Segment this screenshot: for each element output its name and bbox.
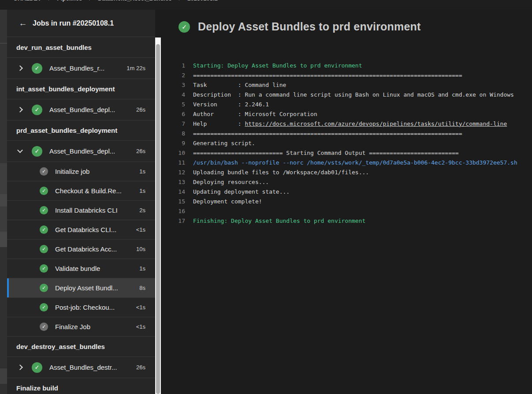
log-text: Updating deployment state... xyxy=(193,188,290,195)
line-number[interactable]: 2 xyxy=(161,72,185,79)
log-line: 15Deployment complete! xyxy=(161,196,532,206)
status-success-icon: ✓ xyxy=(40,225,48,234)
job-row[interactable]: ✓Asset_Bundles_depl...26s xyxy=(7,99,155,120)
log-line: 10========================== Starting Co… xyxy=(161,148,532,158)
step-label: Initialize job xyxy=(55,168,89,175)
line-number[interactable]: 8 xyxy=(161,130,185,137)
stage-label-row: prd_asset_bundles_deployment xyxy=(7,120,155,140)
duration-label: 1m 22s xyxy=(126,65,155,71)
step-row[interactable]: ✓Get Databricks CLI...<1s xyxy=(7,220,155,239)
step-row[interactable]: ✓Checkout & Build.Re...1s xyxy=(7,181,155,200)
step-label: Validate bundle xyxy=(55,265,100,272)
job-label: Asset_Bundles_depl... xyxy=(49,106,115,113)
chevron-right-icon[interactable] xyxy=(17,65,23,71)
breadcrumb-item[interactable]: Pipelines xyxy=(57,0,82,2)
duration-label: 26s xyxy=(136,364,155,371)
line-number[interactable]: 14 xyxy=(161,188,185,195)
log-line: 11/usr/bin/bash --noprofile --norc /home… xyxy=(161,158,532,167)
step-row[interactable]: ✓Get Databricks Acc...10s xyxy=(7,239,155,259)
step-row[interactable]: ✓Deploy Asset Bundl...8s xyxy=(7,278,155,297)
duration-label: <1s xyxy=(136,226,155,233)
line-number[interactable]: 5 xyxy=(161,101,185,108)
jobs-sidebar: ← Jobs in run #20250108.1 dev_run_asset_… xyxy=(7,10,155,394)
duration-label: 1s xyxy=(139,188,155,194)
status-success-icon: ✓ xyxy=(40,206,48,214)
status-success-icon: ✓ xyxy=(40,303,48,311)
status-success-icon: ✓ xyxy=(40,264,48,273)
job-label: Asset_Bundles_destr... xyxy=(49,364,117,371)
line-number[interactable]: 4 xyxy=(161,91,185,98)
log-line: 5Version : 2.246.1 xyxy=(161,99,532,109)
step-row[interactable]: ✓Validate bundle1s xyxy=(7,259,155,278)
log-text: Finishing: Deploy Asset Bundles to prd e… xyxy=(193,218,365,224)
log-line: 6Author : Microsoft Corporation xyxy=(161,109,532,119)
log-line: 3Task : Command line xyxy=(161,80,532,90)
job-label: Asset_Bundles_depl... xyxy=(49,147,115,155)
log-line: 13Deploying resources... xyxy=(161,177,532,187)
back-arrow-icon[interactable]: ← xyxy=(17,17,29,30)
log-text: Author : Microsoft Corporation xyxy=(193,111,317,117)
line-number[interactable]: 17 xyxy=(161,218,185,224)
log-text: ========================================… xyxy=(193,130,462,137)
breadcrumb-item[interactable]: ORAZDEV xyxy=(13,0,41,2)
log-text: ========================== Starting Comm… xyxy=(193,150,459,156)
status-success-icon: ✓ xyxy=(40,187,48,195)
step-row[interactable]: ✓Initialize job1s xyxy=(7,161,155,181)
duration-label: 26s xyxy=(136,106,155,113)
line-number[interactable]: 3 xyxy=(161,82,185,88)
status-neutral-icon: ✓ xyxy=(40,323,48,331)
line-number[interactable]: 1 xyxy=(161,62,185,69)
line-number[interactable]: 9 xyxy=(161,140,185,146)
line-number[interactable]: 13 xyxy=(161,179,185,185)
breadcrumb-item[interactable]: Databricks_Asset_Bundles xyxy=(98,0,172,2)
line-number[interactable]: 7 xyxy=(161,120,185,127)
main-panel: ✓ Deploy Asset Bundles to prd environmen… xyxy=(161,10,532,394)
step-label: Get Databricks Acc... xyxy=(55,245,117,253)
line-number[interactable]: 10 xyxy=(161,150,185,156)
sidebar-title: Jobs in run #20250108.1 xyxy=(33,19,114,27)
log-text: Deploying resources... xyxy=(193,179,269,185)
line-number[interactable]: 11 xyxy=(161,159,185,166)
line-number[interactable]: 12 xyxy=(161,169,185,176)
chevron-down-icon[interactable] xyxy=(17,147,23,153)
step-row[interactable]: ✓Install Databricks CLI2s xyxy=(7,200,155,220)
sidebar-scrollbar-thumb[interactable] xyxy=(156,44,160,394)
log-line: 16 xyxy=(161,206,532,216)
stage-label-row: int_asset_bundles_deployment xyxy=(7,79,155,99)
duration-label: 10s xyxy=(136,246,155,252)
duration-label: 1s xyxy=(139,168,155,175)
status-success-icon: ✓ xyxy=(32,63,42,74)
log-viewer: 1Starting: Deploy Asset Bundles to prd e… xyxy=(161,60,532,225)
log-line: 7Help : https://docs.microsoft.com/azure… xyxy=(161,119,532,128)
status-success-icon: ✓ xyxy=(40,245,48,253)
step-row[interactable]: ✓Finalize Job<1s xyxy=(7,317,155,336)
status-success-icon: ✓ xyxy=(40,284,48,292)
sidebar-scrollbar-track[interactable] xyxy=(155,38,161,394)
line-number[interactable]: 16 xyxy=(161,208,185,214)
step-label: Get Databricks CLI... xyxy=(55,226,116,233)
job-row[interactable]: ✓Asset_Bundles_r...1m 22s xyxy=(7,57,155,79)
sidebar-header: ← Jobs in run #20250108.1 xyxy=(7,10,155,37)
job-row[interactable]: ✓Asset_Bundles_destr...26s xyxy=(7,356,155,378)
line-number[interactable]: 15 xyxy=(161,198,185,205)
job-label: Asset_Bundles_r... xyxy=(49,64,104,72)
chevron-right-icon[interactable] xyxy=(17,364,23,370)
job-row[interactable]: ✓Asset_Bundles_depl...26s xyxy=(7,140,155,161)
stage-label-row: dev_destroy_asset_bundles xyxy=(7,336,155,356)
log-line: 17Finishing: Deploy Asset Bundles to prd… xyxy=(161,216,532,225)
stage-label: Finalize build xyxy=(16,384,58,392)
duration-label: <1s xyxy=(136,304,155,311)
breadcrumb-item[interactable]: 20250108.1 xyxy=(187,0,218,2)
page-edge-strip xyxy=(0,10,7,394)
log-text: /usr/bin/bash --noprofile --norc /home/v… xyxy=(193,159,517,166)
step-label: Install Databricks CLI xyxy=(55,206,118,214)
step-row[interactable]: ✓Post-job: Checkou...<1s xyxy=(7,297,155,317)
stage-label-row: Finalize build xyxy=(7,378,155,394)
log-line: 9Generating script. xyxy=(161,138,532,148)
log-line: 4Description : Run a command line script… xyxy=(161,90,532,99)
stage-label: dev_destroy_asset_bundles xyxy=(16,343,105,350)
line-number[interactable]: 6 xyxy=(161,111,185,117)
log-line: 12Uploading bundle files to /Workspace/d… xyxy=(161,167,532,177)
help-link[interactable]: https://docs.microsoft.com/azure/devops/… xyxy=(245,120,507,127)
chevron-right-icon[interactable] xyxy=(17,107,23,113)
